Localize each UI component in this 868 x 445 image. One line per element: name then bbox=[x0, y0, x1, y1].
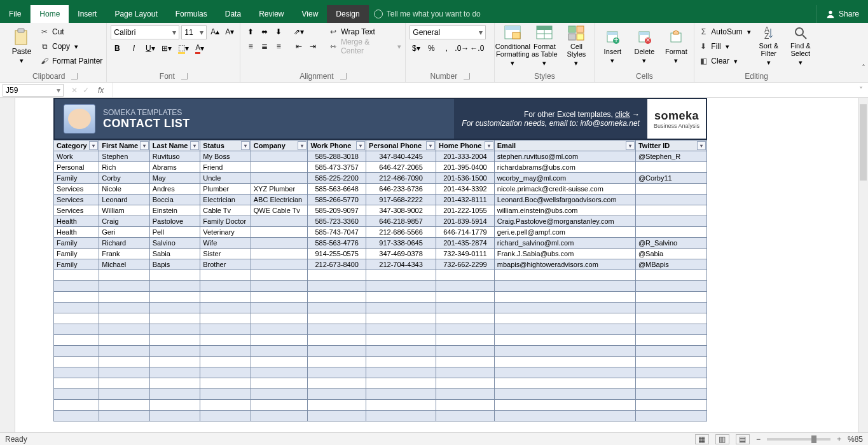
table-row[interactable]: FamilyMichaelBapisBrother212-673-8400212… bbox=[54, 259, 707, 270]
cell[interactable]: Wife bbox=[200, 238, 251, 249]
cell[interactable] bbox=[308, 400, 366, 411]
cell[interactable]: william.einstein@ubs.com bbox=[494, 205, 635, 216]
filter-button[interactable]: ▾ bbox=[298, 141, 307, 150]
cell[interactable]: 646-427-2065 bbox=[366, 162, 436, 173]
filter-button[interactable]: ▾ bbox=[356, 141, 365, 150]
cell[interactable] bbox=[308, 389, 366, 400]
align-middle-button[interactable]: ⬌ bbox=[258, 25, 271, 38]
cell[interactable] bbox=[251, 367, 308, 378]
cell[interactable] bbox=[366, 346, 436, 357]
cell[interactable]: 201-222-1055 bbox=[436, 205, 495, 216]
table-row[interactable] bbox=[54, 281, 707, 292]
filter-button[interactable]: ▾ bbox=[626, 141, 635, 150]
table-row[interactable] bbox=[54, 335, 707, 346]
cell[interactable] bbox=[494, 324, 635, 335]
cell[interactable] bbox=[99, 292, 149, 303]
cell[interactable] bbox=[251, 303, 308, 313]
grow-font-button[interactable]: A▴ bbox=[209, 25, 221, 38]
cell[interactable] bbox=[366, 378, 436, 389]
tab-review[interactable]: Review bbox=[250, 5, 293, 23]
cell[interactable]: 201-333-2004 bbox=[436, 151, 495, 162]
cell[interactable] bbox=[149, 324, 200, 335]
tab-design[interactable]: Design bbox=[327, 5, 368, 23]
cell[interactable]: Friend bbox=[200, 162, 251, 173]
cell[interactable] bbox=[494, 313, 635, 324]
cell[interactable] bbox=[99, 389, 149, 400]
cell[interactable] bbox=[366, 367, 436, 378]
cell[interactable]: 585-225-2200 bbox=[308, 173, 366, 184]
cell[interactable]: Brother bbox=[200, 259, 251, 270]
cell[interactable]: Services bbox=[54, 195, 99, 205]
column-header[interactable]: Twitter ID▾ bbox=[635, 140, 706, 151]
cell[interactable] bbox=[251, 238, 308, 249]
cell[interactable] bbox=[635, 281, 706, 292]
cell[interactable] bbox=[635, 270, 706, 281]
cell[interactable]: 917-668-2222 bbox=[366, 195, 436, 205]
cell[interactable] bbox=[308, 303, 366, 313]
cell[interactable] bbox=[54, 357, 99, 367]
cell[interactable] bbox=[149, 335, 200, 346]
cell[interactable]: 585-563-4776 bbox=[308, 238, 366, 249]
cell[interactable]: Corby bbox=[99, 173, 149, 184]
cell[interactable]: Michael bbox=[99, 259, 149, 270]
cell[interactable] bbox=[494, 335, 635, 346]
font-size-combo[interactable]: 11▾ bbox=[181, 25, 207, 39]
tab-formulas[interactable]: Formulas bbox=[167, 5, 216, 23]
cell[interactable]: Family bbox=[54, 238, 99, 249]
cell[interactable] bbox=[149, 389, 200, 400]
cell[interactable]: Geri bbox=[99, 227, 149, 238]
row-gutter[interactable] bbox=[0, 98, 15, 432]
cell[interactable] bbox=[635, 162, 706, 173]
cell[interactable] bbox=[99, 303, 149, 313]
cell[interactable] bbox=[251, 400, 308, 411]
wrap-text-button[interactable]: ↩Wrap Text bbox=[328, 25, 401, 38]
cell[interactable] bbox=[494, 400, 635, 411]
cell[interactable] bbox=[99, 357, 149, 367]
cell[interactable] bbox=[99, 400, 149, 411]
table-row[interactable] bbox=[54, 313, 707, 324]
cell[interactable] bbox=[251, 324, 308, 335]
name-box[interactable]: J59▾ bbox=[3, 84, 64, 97]
cell[interactable] bbox=[251, 249, 308, 259]
cell[interactable]: 646-233-6736 bbox=[366, 184, 436, 195]
cell[interactable]: 212-673-8400 bbox=[308, 259, 366, 270]
cell[interactable] bbox=[99, 270, 149, 281]
cell[interactable] bbox=[308, 378, 366, 389]
cell[interactable] bbox=[635, 411, 706, 421]
filter-button[interactable]: ▾ bbox=[89, 141, 98, 150]
cell[interactable]: 201-435-2874 bbox=[436, 238, 495, 249]
cell[interactable]: mbapis@hightoweradvisors.com bbox=[494, 259, 635, 270]
cell[interactable]: Plumber bbox=[200, 184, 251, 195]
cell[interactable]: William bbox=[99, 205, 149, 216]
cell[interactable] bbox=[99, 411, 149, 421]
cell[interactable]: 585-266-5770 bbox=[308, 195, 366, 205]
cell[interactable] bbox=[200, 346, 251, 357]
cell[interactable]: 201-395-0400 bbox=[436, 162, 495, 173]
cell[interactable] bbox=[149, 378, 200, 389]
cell[interactable]: ABC Electrician bbox=[251, 195, 308, 205]
cell[interactable]: Uncle bbox=[200, 173, 251, 184]
cell[interactable]: Health bbox=[54, 216, 99, 227]
cell[interactable] bbox=[436, 292, 495, 303]
cell[interactable] bbox=[54, 281, 99, 292]
cell[interactable] bbox=[149, 346, 200, 357]
column-header[interactable]: Email▾ bbox=[494, 140, 635, 151]
alignment-launcher[interactable] bbox=[340, 73, 347, 79]
cell[interactable] bbox=[436, 400, 495, 411]
table-row[interactable] bbox=[54, 357, 707, 367]
cell[interactable] bbox=[149, 292, 200, 303]
cell[interactable] bbox=[251, 151, 308, 162]
column-header[interactable]: Last Name▾ bbox=[149, 140, 200, 151]
cell[interactable]: Leonard.Boc@wellsfargoadvisors.com bbox=[494, 195, 635, 205]
cell[interactable]: My Boss bbox=[200, 151, 251, 162]
cell[interactable] bbox=[200, 303, 251, 313]
cell[interactable] bbox=[436, 357, 495, 367]
cell[interactable]: Services bbox=[54, 205, 99, 216]
cell[interactable]: Nicole bbox=[99, 184, 149, 195]
cell[interactable] bbox=[366, 335, 436, 346]
cell[interactable] bbox=[308, 270, 366, 281]
filter-button[interactable]: ▾ bbox=[485, 141, 493, 150]
cell[interactable] bbox=[635, 303, 706, 313]
cell[interactable]: Personal bbox=[54, 162, 99, 173]
cell[interactable] bbox=[635, 227, 706, 238]
